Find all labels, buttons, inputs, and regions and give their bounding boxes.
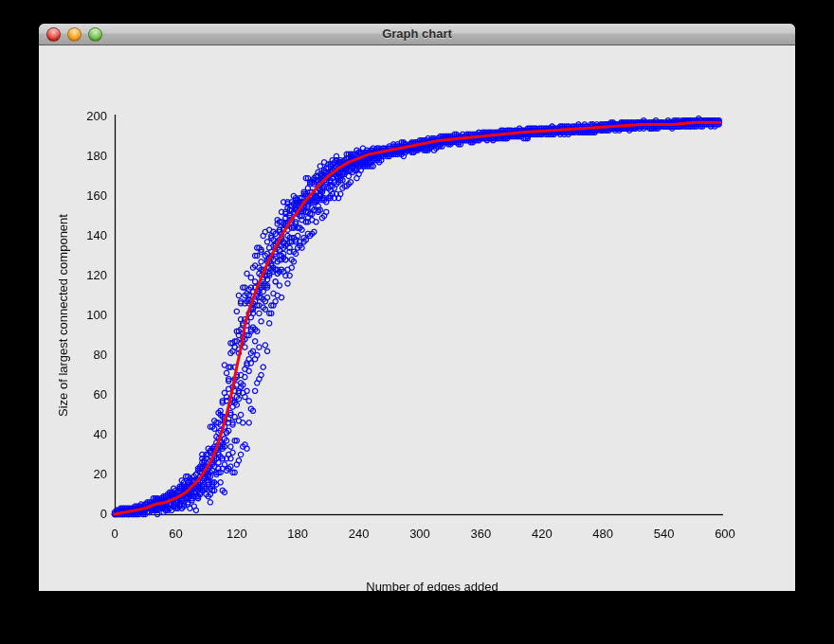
x-tick-label: 240 — [331, 526, 388, 543]
desktop-background: Graph chart 020406080100120140160180200 … — [0, 0, 834, 644]
x-tick-label: 420 — [514, 526, 571, 543]
x-axis-title: Number of edges added — [290, 580, 574, 591]
chart-area: 020406080100120140160180200 060120180240… — [39, 45, 795, 591]
x-tick-label: 120 — [208, 526, 265, 543]
scatter-plot-canvas — [39, 45, 795, 591]
x-tick-label: 540 — [636, 526, 693, 543]
window-title: Graph chart — [39, 24, 795, 45]
y-axis-title: Size of largest connected component — [56, 116, 73, 514]
graph-chart-window: Graph chart 020406080100120140160180200 … — [39, 24, 795, 591]
x-tick-label: 300 — [391, 526, 448, 543]
x-tick-label: 360 — [452, 526, 509, 543]
x-tick-label: 0 — [86, 526, 143, 543]
x-tick-label: 60 — [147, 526, 204, 543]
x-tick-label: 600 — [697, 526, 753, 543]
window-titlebar[interactable]: Graph chart — [39, 24, 795, 45]
x-tick-label: 180 — [269, 526, 326, 543]
x-tick-label: 480 — [574, 526, 631, 543]
